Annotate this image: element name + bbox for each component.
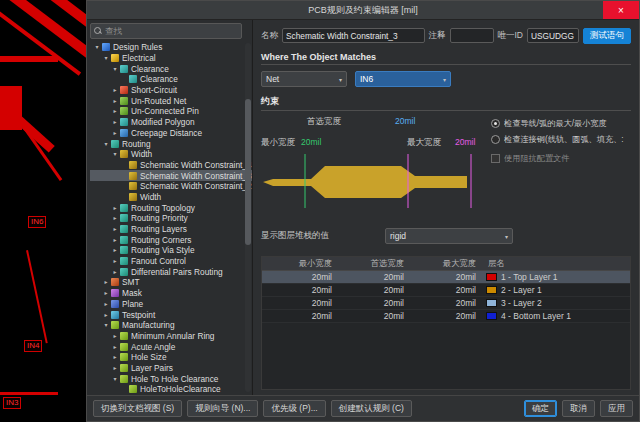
tree-item[interactable]: ▸Creepage Distance (90, 128, 252, 139)
tree-item[interactable]: Schematic Width Constraint_4 (90, 160, 252, 171)
layer-row[interactable]: 20mil20mil20mil1 - Top Layer 1 (262, 271, 630, 284)
expand-arrow[interactable]: ▸ (102, 290, 110, 296)
tree-search[interactable] (90, 23, 242, 39)
scrollbar-thumb[interactable] (245, 99, 251, 246)
pcb-background: IN6 IN4 IN3 (0, 0, 86, 422)
tree-item[interactable]: ▸Differential Pairs Routing (90, 266, 252, 277)
tree-item[interactable]: Clearance (90, 74, 252, 85)
table-empty-area (262, 323, 630, 389)
tree-item-label: Hole To Hole Clearance (131, 374, 218, 384)
check-connected-copper-radio[interactable]: 检查连接铜(线轨、圆弧、填充、: (491, 134, 639, 145)
expand-arrow[interactable]: ▾ (102, 55, 110, 61)
tree-item[interactable]: ▸Layer Pairs (90, 363, 252, 374)
expand-arrow[interactable]: ▸ (102, 301, 110, 307)
tree-item[interactable]: ▾Manufacturing (90, 320, 252, 331)
layer-stack-dropdown[interactable]: rigid ▾ (385, 228, 513, 244)
expand-arrow[interactable]: ▸ (111, 237, 119, 243)
close-button[interactable]: × (603, 1, 639, 19)
tree-item[interactable]: Schematic Width Constraint_2 (90, 181, 252, 192)
net-dropdown[interactable]: IN6 ▾ (355, 71, 451, 87)
tree-item[interactable]: ▸Modified Polygon (90, 117, 252, 128)
expand-arrow[interactable]: ▸ (102, 312, 110, 318)
preferred-width-value[interactable]: 20mil (395, 116, 415, 126)
tree-scrollbar[interactable] (245, 43, 251, 392)
expand-arrow[interactable]: ▾ (111, 376, 119, 382)
tree-item[interactable]: ▸Routing Corners (90, 234, 252, 245)
apply-button[interactable]: 应用 (600, 400, 633, 417)
tree-item[interactable]: ▸SMT (90, 277, 252, 288)
expand-arrow[interactable]: ▸ (111, 87, 119, 93)
expand-arrow[interactable]: ▸ (111, 344, 119, 350)
expand-arrow[interactable]: ▸ (111, 365, 119, 371)
checkbox-icon (491, 154, 500, 163)
tree-item[interactable]: ▸Routing Via Style (90, 245, 252, 256)
min-width-value[interactable]: 20mil (301, 137, 321, 147)
tree-item[interactable]: ▸Routing Priority (90, 213, 252, 224)
routing-layers-icon (120, 225, 128, 233)
expand-arrow[interactable]: ▸ (111, 98, 119, 104)
unique-id-input[interactable] (527, 28, 579, 43)
tree-item[interactable]: ▾Electrical (90, 53, 252, 64)
expand-arrow[interactable]: ▸ (111, 333, 119, 339)
tree-item[interactable]: ▸Hole Size (90, 352, 252, 363)
layer-row[interactable]: 20mil20mil20mil3 - Layer 2 (262, 297, 630, 310)
dialog-titlebar[interactable]: PCB规则及约束编辑器 [mil] × (87, 1, 639, 20)
tree-item[interactable]: ▾Width (90, 149, 252, 160)
max-width-value[interactable]: 20mil (455, 137, 475, 147)
expand-arrow[interactable]: ▾ (111, 151, 119, 157)
expand-arrow[interactable]: ▸ (102, 279, 110, 285)
expand-arrow[interactable]: ▸ (111, 258, 119, 264)
test-query-button[interactable]: 测试语句 (583, 28, 631, 44)
pcb-rules-editor-dialog: PCB规则及约束编辑器 [mil] × ▾Design Rules▾Electr… (86, 0, 640, 422)
tree-item[interactable]: ▸Minimum Annular Ring (90, 331, 252, 342)
tree-item[interactable]: ▸Plane (90, 299, 252, 310)
layer-row[interactable]: 20mil20mil20mil4 - Bottom Layer 1 (262, 310, 630, 323)
expand-arrow[interactable]: ▸ (111, 205, 119, 211)
priorities-button[interactable]: 优先级 (P)... (263, 400, 325, 417)
create-default-rules-button[interactable]: 创建默认规则 (C) (331, 400, 412, 417)
expand-arrow[interactable]: ▸ (111, 247, 119, 253)
expand-arrow[interactable]: ▸ (111, 269, 119, 275)
tree-item[interactable]: ▸Fanout Control (90, 256, 252, 267)
tree-item[interactable]: ▸Short-Circuit (90, 85, 252, 96)
expand-arrow[interactable]: ▾ (102, 141, 110, 147)
tree-item[interactable]: Width (90, 192, 252, 203)
unconnected-pin-icon (120, 107, 128, 115)
expand-arrow[interactable]: ▾ (102, 322, 110, 328)
tree-item[interactable]: ▸Routing Topology (90, 202, 252, 213)
tree-item[interactable]: ▾Design Rules (90, 42, 252, 53)
tree-item[interactable]: ▸Routing Layers (90, 224, 252, 235)
expand-arrow[interactable]: ▸ (111, 119, 119, 125)
impedance-profile-checkbox[interactable]: 使用阻抗配置文件 (491, 153, 639, 164)
expand-arrow[interactable]: ▾ (93, 44, 101, 50)
search-input[interactable] (105, 26, 238, 36)
rule-name-input[interactable] (282, 28, 425, 43)
expand-arrow[interactable]: ▸ (111, 226, 119, 232)
tree-item[interactable]: ▾Clearance (90, 63, 252, 74)
switch-to-document-view-button[interactable]: 切换到文档视图 (S) (93, 400, 182, 417)
tree-item[interactable]: ▸Testpoint (90, 309, 252, 320)
expand-arrow[interactable]: ▾ (111, 66, 119, 72)
tree-item-label: Un-Connected Pin (131, 106, 199, 116)
tree-item[interactable]: ▾Hole To Hole Clearance (90, 373, 252, 384)
ok-button[interactable]: 确定 (524, 400, 557, 417)
tree-item[interactable]: ▸Mask (90, 288, 252, 299)
radio-label: 检查连接铜(线轨、圆弧、填充、: (504, 134, 624, 145)
tree-item[interactable]: ▸Un-Connected Pin (90, 106, 252, 117)
rule-wizard-button[interactable]: 规则向导 (N)... (187, 400, 258, 417)
tree-item[interactable]: HoleToHoleClearance (90, 384, 252, 395)
layer-row[interactable]: 20mil20mil20mil2 - Layer 1 (262, 284, 630, 297)
expand-arrow[interactable]: ▸ (111, 215, 119, 221)
expand-arrow[interactable]: ▸ (111, 108, 119, 114)
tree-item[interactable]: ▸Acute Angle (90, 341, 252, 352)
scope-dropdown[interactable]: Net ▾ (261, 71, 347, 87)
expand-arrow[interactable]: ▸ (111, 354, 119, 360)
tree-item[interactable]: ▸Un-Routed Net (90, 95, 252, 106)
comment-input[interactable] (450, 28, 494, 43)
tree-item[interactable]: Schematic Width Constraint_3 (90, 170, 252, 181)
tree-item-label: Design Rules (113, 42, 162, 52)
expand-arrow[interactable]: ▸ (111, 130, 119, 136)
cancel-button[interactable]: 取消 (562, 400, 595, 417)
tree-item[interactable]: ▾Routing (90, 138, 252, 149)
check-track-arc-radio[interactable]: 检查导线/弧的最大/最小宽度 (491, 118, 639, 129)
